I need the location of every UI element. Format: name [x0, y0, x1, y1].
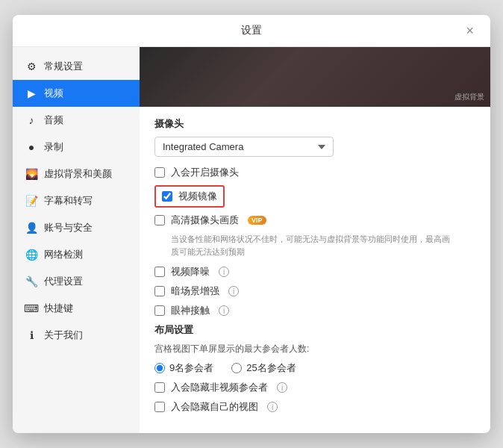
join-camera-label: 入会开启摄像头	[171, 166, 239, 179]
account-icon: 👤	[25, 221, 38, 234]
sidebar-item-record-label: 录制	[44, 140, 63, 154]
hide-non-video-info-icon[interactable]: i	[277, 382, 287, 393]
layout-section-title: 布局设置	[154, 323, 475, 337]
sidebar: ⚙ 常规设置 ▶ 视频 ♪ 音频 ● 录制 🌄 虚拟背景和美颜 📝 字幕和转写	[13, 47, 140, 433]
sidebar-item-subtitle-label: 字幕和转写	[44, 194, 93, 208]
radio-25-item[interactable]: 25名参会者	[231, 361, 296, 375]
camera-dropdown-row: Integrated Camera	[154, 137, 475, 157]
close-button[interactable]: ×	[461, 22, 478, 39]
vbg-icon: 🌄	[25, 167, 38, 181]
sidebar-item-account-label: 账号与安全	[44, 221, 93, 234]
sidebar-item-audio-label: 音频	[44, 113, 63, 127]
record-icon: ●	[25, 140, 38, 154]
hide-non-video-row: 入会隐藏非视频参会者 i	[154, 381, 475, 394]
hide-self-label: 入会隐藏自己的视图	[171, 400, 258, 414]
dialog-title: 设置	[241, 24, 262, 37]
content-area: 摄像头 Integrated Camera 入会开启摄像头 视频镜像	[140, 107, 490, 430]
sidebar-item-vbg[interactable]: 🌄 虚拟背景和美颜	[13, 161, 140, 187]
sidebar-item-shortcut-label: 快捷键	[44, 302, 73, 315]
sidebar-item-audio[interactable]: ♪ 音频	[13, 107, 140, 134]
sidebar-item-proxy-label: 代理设置	[44, 275, 83, 288]
dialog-body: ⚙ 常规设置 ▶ 视频 ♪ 音频 ● 录制 🌄 虚拟背景和美颜 📝 字幕和转写	[13, 47, 490, 433]
denoise-checkbox[interactable]	[154, 267, 165, 277]
shortcut-icon: ⌨	[25, 302, 38, 315]
sidebar-item-general[interactable]: ⚙ 常规设置	[13, 53, 140, 80]
hd-hint: 当设备性能和网络状况不佳时，可能无法与虚拟背景等功能同时使用，最高画质可能无法达…	[171, 233, 454, 258]
hd-row: 高清摄像头画质 VIP	[154, 214, 475, 227]
vip-badge: VIP	[248, 216, 266, 225]
sidebar-item-shortcut[interactable]: ⌨ 快捷键	[13, 295, 140, 322]
sidebar-item-account[interactable]: 👤 账号与安全	[13, 214, 140, 241]
subtitle-icon: 📝	[25, 194, 38, 208]
sidebar-item-subtitle[interactable]: 📝 字幕和转写	[13, 187, 140, 214]
hide-non-video-label: 入会隐藏非视频参会者	[171, 381, 268, 394]
lowlight-row: 暗场景增强 i	[154, 284, 475, 298]
hide-non-video-checkbox[interactable]	[154, 382, 165, 393]
sidebar-item-about-label: 关于我们	[44, 329, 83, 342]
main-content: 虚拟背景 摄像头 Integrated Camera 入会开启摄像头	[140, 47, 490, 433]
hide-self-checkbox[interactable]	[154, 402, 165, 412]
settings-dialog: 设置 × ⚙ 常规设置 ▶ 视频 ♪ 音频 ● 录制 🌄 虚拟背景和美	[13, 15, 490, 433]
camera-preview: 虚拟背景	[140, 47, 490, 107]
sidebar-item-video[interactable]: ▶ 视频	[13, 80, 140, 107]
mirror-checkbox[interactable]	[162, 191, 172, 202]
sidebar-item-general-label: 常规设置	[44, 60, 83, 73]
network-icon: 🌐	[25, 248, 38, 261]
camera-select[interactable]: Integrated Camera	[154, 137, 334, 157]
general-icon: ⚙	[25, 60, 38, 73]
denoise-row: 视频降噪 i	[154, 265, 475, 279]
hd-label: 高清摄像头画质	[171, 214, 239, 227]
sidebar-item-about[interactable]: ℹ 关于我们	[13, 322, 140, 349]
sidebar-item-record[interactable]: ● 录制	[13, 134, 140, 161]
radio-9-item[interactable]: 9名参会者	[154, 361, 213, 375]
eye-contact-info-icon[interactable]: i	[219, 305, 229, 316]
lowlight-info-icon[interactable]: i	[228, 286, 239, 296]
radio-9-label: 9名参会者	[169, 361, 213, 375]
eye-contact-label: 眼神接触	[171, 304, 210, 317]
denoise-label: 视频降噪	[171, 265, 210, 279]
hide-self-row: 入会隐藏自己的视图 i	[154, 400, 475, 414]
join-camera-row: 入会开启摄像头	[154, 166, 475, 179]
mirror-label: 视频镜像	[178, 190, 217, 203]
video-icon: ▶	[25, 87, 38, 100]
proxy-icon: 🔧	[25, 275, 38, 288]
hide-self-info-icon[interactable]: i	[267, 402, 278, 412]
about-icon: ℹ	[25, 329, 38, 342]
dialog-header: 设置 ×	[13, 15, 490, 47]
camera-preview-label: 虚拟背景	[454, 92, 484, 102]
eye-contact-checkbox[interactable]	[154, 305, 165, 316]
radio-9[interactable]	[154, 363, 165, 373]
mirror-row: 视频镜像	[154, 185, 225, 208]
radio-25-label: 25名参会者	[246, 361, 296, 375]
layout-subtitle: 宫格视图下单屏显示的最大参会者人数:	[154, 343, 475, 355]
audio-icon: ♪	[25, 113, 38, 127]
sidebar-item-vbg-label: 虚拟背景和美颜	[44, 167, 112, 181]
camera-section-title: 摄像头	[154, 117, 475, 131]
denoise-info-icon[interactable]: i	[219, 267, 229, 277]
eye-contact-row: 眼神接触 i	[154, 304, 475, 317]
participant-radio-row: 9名参会者 25名参会者	[154, 361, 475, 375]
join-camera-checkbox[interactable]	[154, 167, 165, 178]
lowlight-label: 暗场景增强	[171, 284, 219, 298]
lowlight-checkbox[interactable]	[154, 286, 165, 296]
sidebar-item-video-label: 视频	[44, 87, 63, 100]
hd-checkbox[interactable]	[154, 215, 165, 225]
radio-25[interactable]	[231, 363, 242, 373]
sidebar-item-proxy[interactable]: 🔧 代理设置	[13, 268, 140, 295]
sidebar-item-network-label: 网络检测	[44, 248, 83, 261]
sidebar-item-network[interactable]: 🌐 网络检测	[13, 241, 140, 268]
